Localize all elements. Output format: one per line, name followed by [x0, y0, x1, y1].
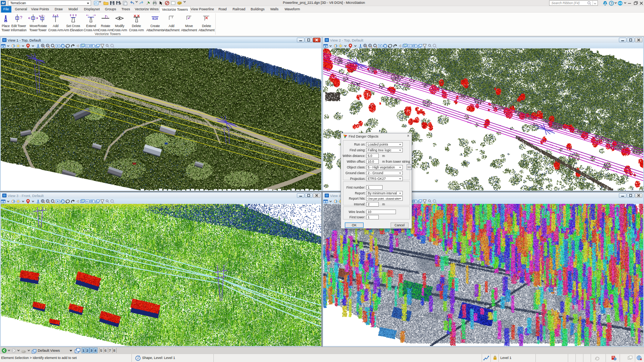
svg-text:i: i — [138, 356, 139, 360]
svg-text:?: ? — [610, 2, 612, 5]
svg-text:2: 2 — [604, 2, 606, 5]
svg-text:KS: KS — [618, 2, 622, 5]
svg-text:?: ? — [20, 15, 22, 20]
